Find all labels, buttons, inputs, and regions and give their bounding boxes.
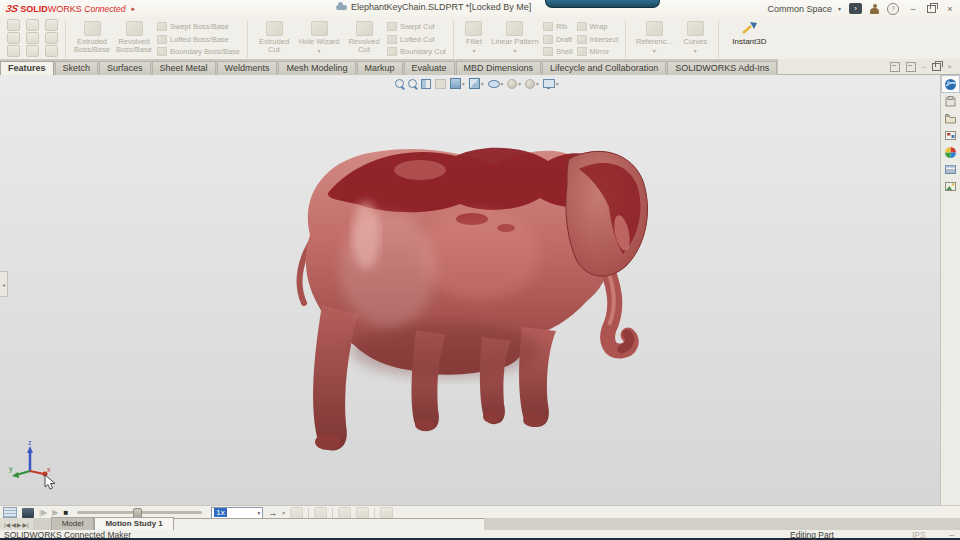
intersect-button[interactable]: Intersect: [577, 35, 619, 44]
brand-expand-icon[interactable]: ▸: [131, 5, 135, 13]
taskpane-3dexperience-button[interactable]: [942, 76, 959, 92]
restore-button[interactable]: [927, 5, 936, 13]
new-document-icon[interactable]: [7, 32, 20, 44]
view-settings-icon[interactable]: [543, 79, 555, 88]
play-button[interactable]: ▶: [52, 508, 58, 517]
taskpane-custom-properties-button[interactable]: [942, 161, 959, 177]
first-tab-button[interactable]: |◀: [4, 521, 10, 528]
close-button[interactable]: ×: [944, 4, 956, 14]
tab-motion-study-1[interactable]: Motion Study 1: [94, 517, 173, 530]
instant3d-button[interactable]: Instant3D: [724, 19, 774, 59]
draft-button[interactable]: Draft: [543, 35, 573, 44]
boundary-cut-button[interactable]: Boundary Cut: [387, 47, 446, 56]
zoom-to-fit-icon[interactable]: [395, 79, 404, 88]
pane-restore-button[interactable]: [932, 63, 941, 71]
tab-sheet-metal[interactable]: Sheet Metal: [152, 61, 216, 75]
playback-mode-button[interactable]: →: [268, 508, 277, 518]
tab-lifecycle-collaboration[interactable]: Lifecycle and Collaboration: [542, 61, 666, 75]
rebuild-icon[interactable]: [26, 32, 39, 44]
fillet-button[interactable]: Fillet ▾: [459, 19, 489, 59]
undo-icon[interactable]: [45, 19, 58, 31]
swept-boss-base-button[interactable]: Swept Boss/Base: [157, 22, 240, 31]
extruded-boss-base-button[interactable]: Extruded Boss/Base: [71, 19, 113, 59]
rib-button[interactable]: Rib: [543, 22, 573, 31]
tab-mbd-dimensions[interactable]: MBD Dimensions: [456, 61, 542, 75]
revolved-cut-button[interactable]: Revolved Cut: [343, 19, 385, 59]
lofted-boss-base-button[interactable]: Lofted Boss/Base: [157, 35, 240, 44]
animation-type-icon[interactable]: [22, 508, 34, 518]
hide-show-items-icon[interactable]: [488, 80, 500, 88]
tab-weldments[interactable]: Weldments: [217, 61, 278, 75]
properties-icon[interactable]: [45, 45, 58, 57]
motion-manager-toggle-icon[interactable]: [3, 507, 17, 518]
share-button[interactable]: ›: [849, 3, 862, 14]
playback-speed-select[interactable]: 1x ▾: [211, 507, 263, 519]
status-expander[interactable]: –: [949, 530, 954, 540]
taskpane-file-explorer-button[interactable]: [942, 110, 959, 126]
user-profile-icon[interactable]: [870, 4, 879, 14]
pane-close-button[interactable]: ×: [947, 62, 952, 71]
tab-surfaces[interactable]: Surfaces: [99, 61, 151, 75]
motion-elements-icon[interactable]: [380, 507, 393, 519]
swept-cut-button[interactable]: Swept Cut: [387, 22, 446, 31]
tab-model[interactable]: Model: [51, 517, 95, 530]
play-from-start-button[interactable]: |▶: [39, 508, 47, 517]
prev-tab-button[interactable]: ◀: [11, 521, 16, 528]
reference-geometry-button[interactable]: Referenc... ▾: [631, 19, 677, 59]
chevron-down-icon[interactable]: ▾: [282, 510, 285, 516]
taskpane-scenes-button[interactable]: [942, 178, 959, 194]
export-icon[interactable]: [7, 45, 20, 57]
boundary-boss-base-button[interactable]: Boundary Boss/Base: [157, 47, 240, 56]
pane-minimize-button[interactable]: –: [922, 62, 926, 71]
next-tab-button[interactable]: ▶: [17, 521, 22, 528]
feature-tree-collapse-tab[interactable]: ◂: [0, 271, 8, 297]
curves-button[interactable]: Curves ▾: [677, 19, 713, 59]
taskpane-appearances-button[interactable]: [942, 144, 959, 160]
taskpane-view-palette-button[interactable]: [942, 127, 959, 143]
save-icon[interactable]: [26, 19, 39, 31]
hole-wizard-button[interactable]: Hole Wizard ▾: [295, 19, 343, 59]
globe-icon: [944, 78, 957, 91]
tab-features[interactable]: Features: [0, 61, 54, 75]
tab-markup[interactable]: Markup: [357, 61, 403, 75]
last-tab-button[interactable]: ▶|: [22, 521, 28, 528]
previous-view-icon[interactable]: [435, 79, 446, 89]
tab-evaluate[interactable]: Evaluate: [404, 61, 455, 75]
stop-button[interactable]: ■: [63, 508, 68, 517]
revolved-boss-base-button[interactable]: Revolved Boss/Base: [113, 19, 155, 59]
save-animation-icon[interactable]: [290, 507, 303, 519]
zoom-to-area-icon[interactable]: [408, 79, 417, 88]
home-icon[interactable]: [7, 19, 20, 31]
extruded-cut-button[interactable]: Extruded Cut: [253, 19, 295, 59]
help-button[interactable]: ?: [887, 3, 899, 15]
timeline-slider[interactable]: [77, 511, 202, 514]
units-label[interactable]: IPS: [912, 530, 926, 540]
mirror-button[interactable]: Mirror: [577, 47, 619, 56]
options-icon[interactable]: [26, 45, 39, 57]
tab-solidworks-addins[interactable]: SOLIDWORKS Add-Ins: [667, 61, 777, 75]
pane-back-icon[interactable]: [890, 62, 900, 72]
redo-icon[interactable]: [45, 32, 58, 44]
add-key-icon[interactable]: [356, 507, 369, 519]
edit-appearance-icon[interactable]: [507, 79, 517, 89]
heads-up-view-toolbar: ▾ ▾ ▾ ▾ ▾ ▾: [395, 78, 559, 89]
linear-pattern-button[interactable]: Linear Pattern ▾: [489, 19, 541, 59]
graphics-viewport[interactable]: ▾ ▾ ▾ ▾ ▾ ▾: [0, 75, 960, 505]
autokey-icon[interactable]: [338, 507, 351, 519]
apply-scene-icon[interactable]: [525, 79, 535, 89]
section-view-icon[interactable]: [421, 79, 431, 89]
pane-forward-icon[interactable]: [906, 62, 916, 72]
tab-mesh-modeling[interactable]: Mesh Modeling: [278, 61, 355, 75]
display-style-icon[interactable]: [469, 78, 480, 89]
shell-button[interactable]: Shell: [543, 47, 573, 56]
taskpane-design-library-button[interactable]: [942, 93, 959, 109]
elephant-3d-model[interactable]: [270, 115, 670, 475]
view-orientation-icon[interactable]: [450, 78, 461, 89]
wrap-button[interactable]: Wrap: [577, 22, 619, 31]
lofted-cut-button[interactable]: Lofted Cut: [387, 35, 446, 44]
minimize-button[interactable]: –: [907, 4, 919, 14]
animation-wizard-icon[interactable]: [314, 507, 327, 519]
tab-sketch[interactable]: Sketch: [55, 61, 99, 75]
space-selector[interactable]: Common Space ▾: [767, 4, 841, 14]
folder-icon: [944, 112, 957, 125]
